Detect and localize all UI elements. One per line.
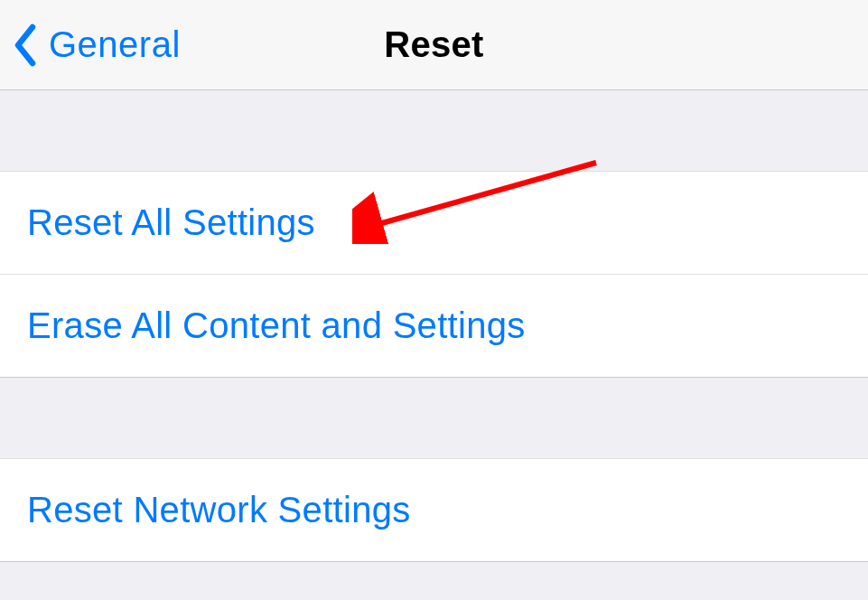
back-label: General [49, 24, 181, 65]
chevron-left-icon [13, 23, 38, 67]
back-button[interactable]: General [0, 23, 181, 67]
erase-all-content-cell[interactable]: Erase All Content and Settings [0, 275, 868, 378]
section-gap [0, 90, 868, 172]
cell-label: Erase All Content and Settings [27, 305, 526, 345]
reset-section-2: Reset Network Settings [0, 459, 868, 562]
cell-label: Reset Network Settings [27, 490, 411, 530]
reset-network-settings-cell[interactable]: Reset Network Settings [0, 459, 868, 562]
navigation-bar: General Reset [0, 0, 868, 90]
reset-section-1: Reset All Settings Erase All Content and… [0, 172, 868, 378]
cell-label: Reset All Settings [27, 202, 315, 242]
page-title: Reset [384, 24, 483, 65]
reset-all-settings-cell[interactable]: Reset All Settings [0, 172, 868, 275]
section-gap [0, 378, 868, 459]
